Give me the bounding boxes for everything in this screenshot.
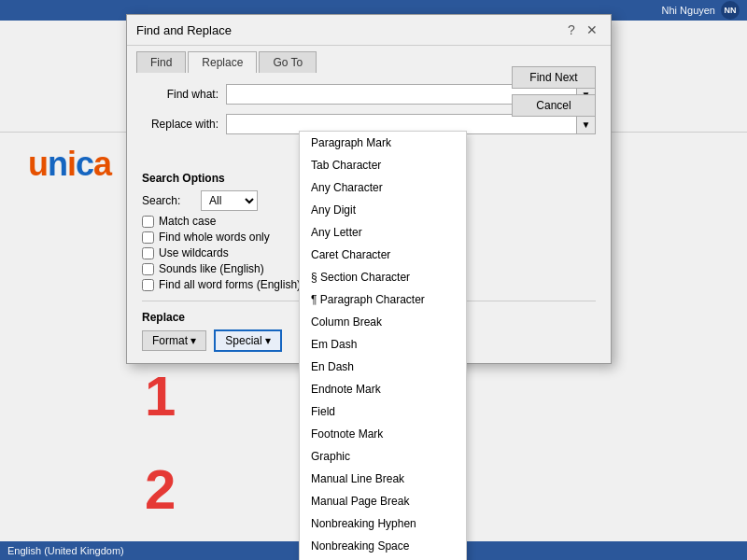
menu-item-endnote-mark[interactable]: Endnote Mark bbox=[300, 378, 466, 400]
user-avatar: NN bbox=[721, 1, 740, 20]
menu-item-tab-character[interactable]: Tab Character bbox=[300, 154, 466, 176]
menu-item-graphic[interactable]: Graphic bbox=[300, 445, 466, 468]
search-label: Search: bbox=[142, 194, 193, 207]
user-name: Nhi Nguyen bbox=[662, 5, 715, 16]
special-dropdown-menu: Paragraph Mark Tab Character Any Charact… bbox=[299, 131, 467, 560]
menu-item-nonbreaking-space[interactable]: Nonbreaking Space bbox=[300, 535, 466, 557]
wildcards-checkbox[interactable] bbox=[142, 247, 154, 259]
menu-item-section-character[interactable]: § Section Character bbox=[300, 266, 466, 288]
menu-item-field[interactable]: Field bbox=[300, 400, 466, 423]
replace-label: Replace with: bbox=[142, 118, 226, 131]
special-button[interactable]: Special ▾ bbox=[214, 329, 282, 352]
user-info: Nhi Nguyen NN bbox=[662, 1, 740, 20]
menu-item-nonbreaking-hyphen[interactable]: Nonbreaking Hyphen bbox=[300, 512, 466, 535]
menu-item-footnote-mark[interactable]: Footnote Mark bbox=[300, 423, 466, 445]
close-button[interactable]: ✕ bbox=[583, 21, 601, 39]
menu-item-any-character[interactable]: Any Character bbox=[300, 176, 466, 199]
menu-item-any-digit[interactable]: Any Digit bbox=[300, 199, 466, 221]
status-text: English (United Kingdom) bbox=[7, 545, 124, 556]
format-button[interactable]: Format ▾ bbox=[142, 330, 206, 351]
tab-find[interactable]: Find bbox=[136, 51, 186, 73]
cancel-button[interactable]: Cancel bbox=[512, 94, 596, 117]
menu-item-paragraph-character[interactable]: ¶ Paragraph Character bbox=[300, 288, 466, 311]
unica-logo: unica bbox=[28, 145, 111, 184]
menu-item-manual-page-break[interactable]: Manual Page Break bbox=[300, 490, 466, 512]
find-next-button[interactable]: Find Next bbox=[512, 66, 596, 89]
menu-item-en-dash[interactable]: En Dash bbox=[300, 356, 466, 378]
wildcards-label: Use wildcards bbox=[159, 246, 229, 259]
step-1-number: 1 bbox=[145, 364, 176, 428]
whole-words-checkbox[interactable] bbox=[142, 231, 154, 244]
menu-item-caret-character[interactable]: Caret Character bbox=[300, 244, 466, 266]
menu-item-any-letter[interactable]: Any Letter bbox=[300, 221, 466, 244]
match-case-label: Match case bbox=[159, 215, 216, 228]
sounds-like-checkbox[interactable] bbox=[142, 263, 154, 275]
step-2-number: 2 bbox=[145, 457, 176, 522]
tab-goto[interactable]: Go To bbox=[259, 51, 317, 73]
word-forms-label: Find all word forms (English) bbox=[159, 278, 301, 291]
whole-words-label: Find whole words only bbox=[159, 231, 270, 244]
sounds-like-label: Sounds like (English) bbox=[159, 262, 264, 275]
dialog-title-bar: Find and Replace ? ✕ bbox=[127, 15, 611, 46]
dialog-controls: ? ✕ bbox=[564, 21, 601, 39]
search-select[interactable]: All Up Down bbox=[201, 190, 258, 211]
menu-item-paragraph-mark[interactable]: Paragraph Mark bbox=[300, 132, 466, 154]
menu-item-column-break[interactable]: Column Break bbox=[300, 311, 466, 333]
tab-replace[interactable]: Replace bbox=[188, 51, 257, 73]
replace-dropdown-btn[interactable]: ▼ bbox=[577, 114, 596, 134]
menu-item-manual-line-break[interactable]: Manual Line Break bbox=[300, 468, 466, 490]
dialog-title: Find and Replace bbox=[136, 23, 232, 37]
right-action-buttons: Find Next Cancel bbox=[512, 66, 596, 117]
help-button[interactable]: ? bbox=[564, 22, 579, 37]
find-label: Find what: bbox=[142, 88, 226, 101]
match-case-checkbox[interactable] bbox=[142, 216, 154, 228]
menu-item-em-dash[interactable]: Em Dash bbox=[300, 333, 466, 356]
word-forms-checkbox[interactable] bbox=[142, 279, 154, 291]
